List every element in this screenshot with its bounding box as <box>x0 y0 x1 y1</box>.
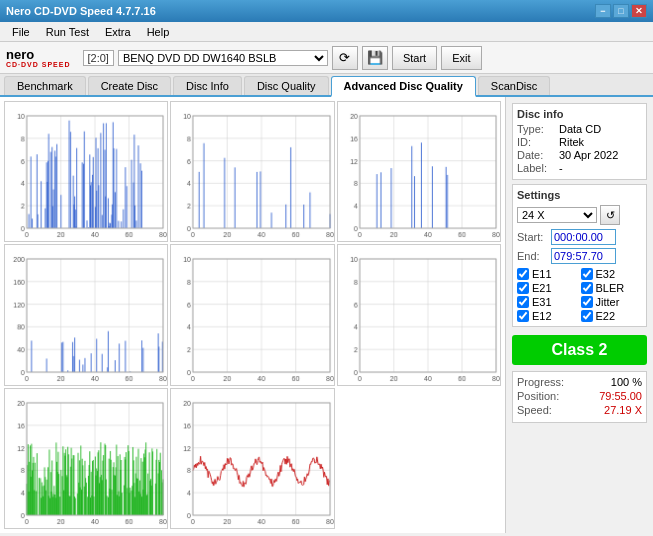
speed-row-stat: Speed: 27.19 X <box>517 404 642 416</box>
progress-row: Progress: 100 % <box>517 376 642 388</box>
checkbox-cbJitter[interactable]: Jitter <box>581 296 643 308</box>
position-label: Position: <box>517 390 559 402</box>
chart-e11: E11 <box>4 101 168 242</box>
checkbox-label-cbBLER: BLER <box>596 282 625 294</box>
speed-label-stat: Speed: <box>517 404 552 416</box>
tab-benchmark[interactable]: Benchmark <box>4 76 86 95</box>
disc-info-section: Disc info Type: Data CD ID: Ritek Date: … <box>512 103 647 180</box>
end-time-row: End: <box>517 248 642 264</box>
checkbox-cbE12[interactable]: E12 <box>517 310 579 322</box>
settings-section: Settings 24 X 8 X 16 X ↺ Start: End: E11… <box>512 184 647 327</box>
main-content: E11E21E31E12E22E32BLERJitter Disc info T… <box>0 97 653 533</box>
app-title: Nero CD-DVD Speed 4.7.7.16 <box>6 5 156 17</box>
chart-e31: E31 <box>337 101 501 242</box>
chart-canvas-jitter <box>171 389 333 528</box>
checkbox-input-cbE22[interactable] <box>581 310 593 322</box>
chart-e32: E32 <box>337 244 501 385</box>
chart-e22: E22 <box>170 244 334 385</box>
checkbox-label-cbE32: E32 <box>596 268 616 280</box>
exit-button[interactable]: Exit <box>441 46 481 70</box>
disc-id-row: ID: Ritek <box>517 136 642 148</box>
refresh-button[interactable]: ⟳ <box>332 46 358 70</box>
menu-file[interactable]: File <box>4 24 38 40</box>
window-controls: − □ ✕ <box>595 4 647 18</box>
disc-date-row: Date: 30 Apr 2022 <box>517 149 642 161</box>
checkbox-input-cbE12[interactable] <box>517 310 529 322</box>
checkbox-label-cbE12: E12 <box>532 310 552 322</box>
close-button[interactable]: ✕ <box>631 4 647 18</box>
chart-canvas-e31 <box>338 102 500 241</box>
chart-canvas-bler <box>5 389 167 528</box>
chart-canvas-e32 <box>338 245 500 384</box>
chart-jitter: Jitter <box>170 388 334 529</box>
checkbox-cbE21[interactable]: E21 <box>517 282 579 294</box>
speed-select[interactable]: 24 X 8 X 16 X <box>517 207 597 223</box>
disc-type-label: Type: <box>517 123 555 135</box>
menu-bar: File Run Test Extra Help <box>0 22 653 42</box>
checkbox-input-cbE21[interactable] <box>517 282 529 294</box>
disc-id-label: ID: <box>517 136 555 148</box>
start-input[interactable] <box>551 229 616 245</box>
disc-date-value: 30 Apr 2022 <box>559 149 618 161</box>
tab-bar: Benchmark Create Disc Disc Info Disc Qua… <box>0 74 653 97</box>
menu-run-test[interactable]: Run Test <box>38 24 97 40</box>
progress-value: 100 % <box>611 376 642 388</box>
checkbox-cbE32[interactable]: E32 <box>581 268 643 280</box>
checkboxes-grid: E11E32E21BLERE31JitterE12E22 <box>517 268 642 322</box>
disc-type-value: Data CD <box>559 123 601 135</box>
tab-create-disc[interactable]: Create Disc <box>88 76 171 95</box>
checkbox-label-cbE21: E21 <box>532 282 552 294</box>
chart-canvas-e22 <box>171 245 333 384</box>
chart-bler: BLER <box>4 388 168 529</box>
class-badge: Class 2 <box>512 335 647 365</box>
minimize-button[interactable]: − <box>595 4 611 18</box>
start-label: Start: <box>517 231 547 243</box>
disc-type-row: Type: Data CD <box>517 123 642 135</box>
checkbox-input-cbBLER[interactable] <box>581 282 593 294</box>
chart-e12: E12 <box>4 244 168 385</box>
tab-disc-quality[interactable]: Disc Quality <box>244 76 329 95</box>
tab-advanced-disc-quality[interactable]: Advanced Disc Quality <box>331 76 476 97</box>
start-time-row: Start: <box>517 229 642 245</box>
checkbox-input-cbE11[interactable] <box>517 268 529 280</box>
end-input[interactable] <box>551 248 616 264</box>
disc-info-title: Disc info <box>517 108 642 120</box>
drive-selector[interactable]: BENQ DVD DD DW1640 BSLB <box>118 50 328 66</box>
tab-disc-info[interactable]: Disc Info <box>173 76 242 95</box>
chart-canvas-e21 <box>171 102 333 241</box>
nero-logo-subtitle: CD·DVD SPEED <box>6 61 71 68</box>
speed-row: 24 X 8 X 16 X ↺ <box>517 205 642 225</box>
chart-e21: E21 <box>170 101 334 242</box>
toolbar: nero CD·DVD SPEED [2:0] BENQ DVD DD DW16… <box>0 42 653 74</box>
speed-refresh-icon[interactable]: ↺ <box>600 205 620 225</box>
maximize-button[interactable]: □ <box>613 4 629 18</box>
nero-logo-text: nero <box>6 48 71 61</box>
checkbox-cbBLER[interactable]: BLER <box>581 282 643 294</box>
stats-section: Progress: 100 % Position: 79:55.00 Speed… <box>512 371 647 423</box>
settings-title: Settings <box>517 189 642 201</box>
menu-extra[interactable]: Extra <box>97 24 139 40</box>
title-bar: Nero CD-DVD Speed 4.7.7.16 − □ ✕ <box>0 0 653 22</box>
save-button[interactable]: 💾 <box>362 46 388 70</box>
checkbox-cbE22[interactable]: E22 <box>581 310 643 322</box>
checkbox-label-cbE11: E11 <box>532 268 552 280</box>
checkbox-input-cbE31[interactable] <box>517 296 529 308</box>
nero-logo: nero CD·DVD SPEED <box>6 48 71 68</box>
checkbox-label-cbE22: E22 <box>596 310 616 322</box>
chart-canvas-e11 <box>5 102 167 241</box>
start-button[interactable]: Start <box>392 46 437 70</box>
checkbox-cbE11[interactable]: E11 <box>517 268 579 280</box>
end-label: End: <box>517 250 547 262</box>
checkbox-cbE31[interactable]: E31 <box>517 296 579 308</box>
disc-id-value: Ritek <box>559 136 584 148</box>
progress-label: Progress: <box>517 376 564 388</box>
drive-badge: [2:0] <box>83 50 114 66</box>
tab-scan-disc[interactable]: ScanDisc <box>478 76 550 95</box>
checkbox-input-cbJitter[interactable] <box>581 296 593 308</box>
menu-help[interactable]: Help <box>139 24 178 40</box>
right-panel: Disc info Type: Data CD ID: Ritek Date: … <box>505 97 653 533</box>
checkbox-label-cbE31: E31 <box>532 296 552 308</box>
disc-label-row: Label: - <box>517 162 642 174</box>
checkbox-label-cbJitter: Jitter <box>596 296 620 308</box>
checkbox-input-cbE32[interactable] <box>581 268 593 280</box>
